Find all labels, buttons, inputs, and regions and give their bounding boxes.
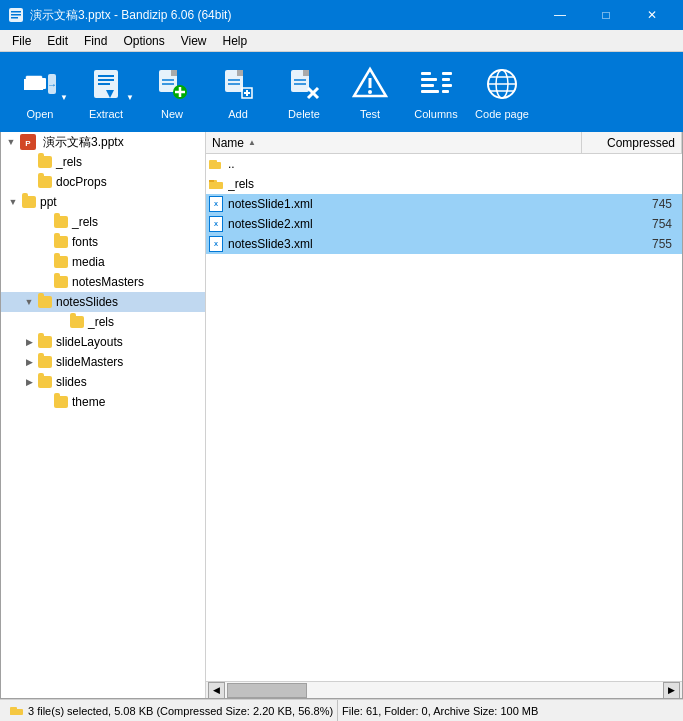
open-button[interactable]: → Open ▼ [8, 56, 72, 128]
menu-file[interactable]: File [4, 30, 39, 52]
file-name: .. [228, 157, 580, 171]
tree-item-slidemasters[interactable]: ▶ slideMasters [1, 352, 205, 372]
list-item[interactable]: X notesSlide3.xml 755 [206, 234, 682, 254]
svg-rect-43 [421, 90, 439, 93]
title-bar: 演示文稿3.pptx - Bandizip 6.06 (64bit) — □ ✕ [0, 0, 683, 30]
codepage-label: Code page [475, 108, 529, 120]
extract-dropdown-arrow: ▼ [126, 93, 134, 102]
minimize-button[interactable]: — [537, 0, 583, 30]
svg-rect-47 [442, 90, 449, 93]
menu-view[interactable]: View [173, 30, 215, 52]
extract-icon [86, 64, 126, 104]
theme-label: theme [72, 395, 105, 409]
tree-item-rels-notesslides[interactable]: _rels [1, 312, 205, 332]
slidemasters-label: slideMasters [56, 355, 123, 369]
svg-rect-46 [442, 84, 452, 87]
tree-item-notesmasters[interactable]: notesMasters [1, 272, 205, 292]
status-selection: 3 file(s) selected, 5.08 KB (Compressed … [6, 700, 338, 721]
notesslides-label: notesSlides [56, 295, 118, 309]
test-icon [350, 64, 390, 104]
rels-notesslides-expand [53, 314, 69, 330]
columns-button[interactable]: Columns [404, 56, 468, 128]
new-icon [152, 64, 192, 104]
docprops-expand [21, 174, 37, 190]
extract-button[interactable]: Extract ▼ [74, 56, 138, 128]
svg-rect-42 [421, 84, 434, 87]
scroll-track[interactable] [225, 682, 663, 698]
list-item[interactable]: X notesSlide1.xml 745 [206, 194, 682, 214]
col-header-compressed[interactable]: Compressed [582, 132, 682, 153]
svg-rect-3 [11, 17, 18, 19]
tree-item-theme[interactable]: theme [1, 392, 205, 412]
folder-icon [53, 234, 69, 250]
tree-item-slidelayouts[interactable]: ▶ slideLayouts [1, 332, 205, 352]
tree-panel: ▼ P 演示文稿3.pptx _rels docProps ▼ pp [1, 132, 206, 698]
columns-label: Columns [414, 108, 457, 120]
folder-up-icon [208, 156, 224, 172]
add-button[interactable]: Add [206, 56, 270, 128]
ppt-label: ppt [40, 195, 57, 209]
tree-item-fonts[interactable]: fonts [1, 232, 205, 252]
list-item[interactable]: _rels [206, 174, 682, 194]
col-name-label: Name [212, 136, 244, 150]
menu-edit[interactable]: Edit [39, 30, 76, 52]
menu-options[interactable]: Options [115, 30, 172, 52]
tree-item-media[interactable]: media [1, 252, 205, 272]
folder-icon [37, 374, 53, 390]
list-item[interactable]: .. [206, 154, 682, 174]
pptx-icon: P [19, 134, 39, 150]
fonts-expand [37, 234, 53, 250]
scroll-right-button[interactable]: ▶ [663, 682, 680, 699]
tree-item-rels-root[interactable]: _rels [1, 152, 205, 172]
svg-rect-16 [171, 70, 177, 76]
svg-rect-44 [442, 72, 452, 75]
rels-root-expand [21, 154, 37, 170]
svg-rect-45 [442, 78, 450, 81]
folder-icon [37, 174, 53, 190]
theme-expand [37, 394, 53, 410]
open-label: Open [27, 108, 54, 120]
codepage-button[interactable]: Code page [470, 56, 534, 128]
test-label: Test [360, 108, 380, 120]
window-title: 演示文稿3.pptx - Bandizip 6.06 (64bit) [30, 7, 537, 24]
delete-button[interactable]: Delete [272, 56, 336, 128]
folder-icon [53, 274, 69, 290]
add-label: Add [228, 108, 248, 120]
maximize-button[interactable]: □ [583, 0, 629, 30]
tree-root[interactable]: ▼ P 演示文稿3.pptx [1, 132, 205, 152]
scroll-thumb[interactable] [227, 683, 307, 698]
menu-help[interactable]: Help [215, 30, 256, 52]
svg-rect-1 [11, 11, 21, 13]
svg-text:P: P [25, 139, 31, 148]
open-icon: → [20, 64, 60, 104]
folder-icon [208, 176, 224, 192]
rels-ppt-expand [37, 214, 53, 230]
col-header-name[interactable]: Name ▲ [206, 132, 582, 153]
codepage-icon [482, 64, 522, 104]
folder-icon [37, 154, 53, 170]
folder-icon [37, 294, 53, 310]
list-item[interactable]: X notesSlide2.xml 754 [206, 214, 682, 234]
tree-item-ppt[interactable]: ▼ ppt [1, 192, 205, 212]
notesmasters-label: notesMasters [72, 275, 144, 289]
svg-marker-58 [209, 180, 214, 182]
svg-rect-2 [11, 14, 21, 16]
scroll-left-button[interactable]: ◀ [208, 682, 225, 699]
folder-icon [37, 354, 53, 370]
file-name: notesSlide2.xml [228, 217, 580, 231]
horizontal-scrollbar[interactable]: ◀ ▶ [206, 681, 682, 698]
delete-label: Delete [288, 108, 320, 120]
status-info: File: 61, Folder: 0, Archive Size: 100 M… [338, 700, 677, 721]
file-size: 754 [580, 217, 680, 231]
menu-find[interactable]: Find [76, 30, 115, 52]
tree-item-rels-ppt[interactable]: _rels [1, 212, 205, 232]
svg-marker-6 [24, 79, 46, 90]
tree-item-notesslides[interactable]: ▼ notesSlides [1, 292, 205, 312]
tree-item-slides[interactable]: ▶ slides [1, 372, 205, 392]
file-list-header: Name ▲ Compressed [206, 132, 682, 154]
file-list-body: .. _rels X note [206, 154, 682, 681]
test-button[interactable]: Test [338, 56, 402, 128]
close-button[interactable]: ✕ [629, 0, 675, 30]
tree-item-docprops[interactable]: docProps [1, 172, 205, 192]
new-button[interactable]: New [140, 56, 204, 128]
